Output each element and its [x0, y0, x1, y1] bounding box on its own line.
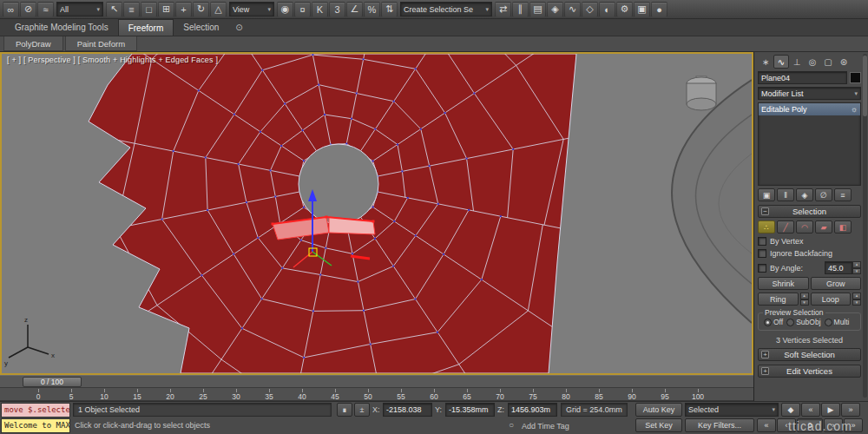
- x-coordinate-field[interactable]: -2158.038: [383, 403, 432, 417]
- material-editor-icon[interactable]: ◐: [599, 2, 615, 17]
- modifier-list-dropdown[interactable]: Modifier List ▾: [758, 87, 861, 100]
- grow-button[interactable]: Grow: [811, 277, 862, 290]
- maxscript-listener-line2[interactable]: Welcome to MAX: [1, 418, 70, 433]
- bind-to-space-warp-icon[interactable]: ≈: [37, 2, 54, 17]
- utilities-tab-icon[interactable]: ⊛: [836, 55, 852, 69]
- z-coordinate-field[interactable]: 1456.903m: [508, 403, 557, 417]
- edge-mode-icon[interactable]: ╱: [777, 220, 794, 233]
- preview-off-radio[interactable]: [764, 319, 772, 326]
- element-mode-icon[interactable]: ◧: [834, 220, 852, 233]
- y-coordinate-field[interactable]: -15.358mm: [445, 403, 495, 417]
- mirror-icon[interactable]: ⇄: [495, 2, 511, 17]
- snaps-toggle-icon[interactable]: 3: [329, 2, 345, 17]
- time-slider-button[interactable]: 0 / 100: [23, 377, 82, 387]
- border-mode-icon[interactable]: ◠: [796, 220, 813, 233]
- remove-modifier-icon[interactable]: ∅: [815, 188, 832, 201]
- key-mode-toggle-button[interactable]: ◆: [781, 403, 800, 417]
- rollout-edit-vertices[interactable]: + Edit Vertices: [758, 365, 861, 378]
- previous-key-button[interactable]: «: [801, 403, 820, 417]
- percent-snap-toggle-icon[interactable]: %: [364, 2, 380, 17]
- reference-coordinate-system-dropdown[interactable]: View▾: [229, 2, 274, 16]
- rollout-soft-selection[interactable]: + Soft Selection: [758, 348, 861, 361]
- align-icon[interactable]: ∥: [512, 2, 529, 17]
- render-setup-icon[interactable]: ⚙: [616, 2, 633, 17]
- loop-button[interactable]: Loop: [811, 293, 852, 306]
- ring-spinner[interactable]: ▴ ▾: [800, 293, 809, 306]
- maxscript-listener-line1[interactable]: move $.selecte: [1, 403, 70, 418]
- go-to-end-button[interactable]: »: [844, 418, 863, 432]
- curve-editor-icon[interactable]: ∿: [564, 2, 581, 17]
- spinner-up-icon[interactable]: ▴: [852, 261, 861, 268]
- hierarchy-tab-icon[interactable]: ⊥: [789, 55, 805, 69]
- tab-freeform[interactable]: Freeform: [118, 19, 174, 36]
- object-color-swatch[interactable]: [850, 72, 861, 83]
- render-production-icon[interactable]: ●: [651, 2, 667, 17]
- ribbon-options-icon[interactable]: ⊙: [235, 19, 242, 36]
- selection-filter-dropdown[interactable]: All▾: [56, 2, 103, 16]
- time-slider-track[interactable]: 0 / 100: [0, 375, 753, 388]
- viewport-label[interactable]: [ + ] [ Perspective ] [ Smooth + Highlig…: [7, 56, 218, 64]
- key-mode-dropdown[interactable]: Selected ▾: [685, 403, 779, 417]
- vertex-mode-icon[interactable]: ∴: [758, 220, 775, 233]
- subtab-polydraw[interactable]: PolyDraw: [3, 36, 63, 51]
- select-and-move-icon[interactable]: +: [175, 2, 192, 17]
- auto-key-button[interactable]: Auto Key: [635, 403, 682, 417]
- rendered-frame-window-icon[interactable]: ▣: [634, 2, 650, 17]
- angle-snap-toggle-icon[interactable]: ∠: [346, 2, 363, 17]
- preview-multi-radio[interactable]: [825, 319, 832, 326]
- next-frame-button[interactable]: ›: [824, 418, 843, 432]
- panel-scrollbar[interactable]: [863, 54, 867, 398]
- configure-modifier-sets-icon[interactable]: ≡: [834, 188, 852, 201]
- angle-spinner[interactable]: ▴ ▾: [852, 261, 861, 274]
- next-key-button[interactable]: »: [841, 403, 860, 417]
- select-and-rotate-icon[interactable]: ↻: [193, 2, 209, 17]
- tab-selection[interactable]: Selection: [174, 19, 228, 36]
- set-key-button[interactable]: Set Key: [635, 418, 682, 432]
- tab-graphite-modeling-tools[interactable]: Graphite Modeling Tools: [5, 19, 118, 36]
- perspective-viewport[interactable]: zyx [ + ] [ Perspective ] [ Smooth + Hig…: [0, 52, 753, 375]
- display-tab-icon[interactable]: ▢: [820, 55, 836, 69]
- spinner-up-icon[interactable]: ▴: [800, 293, 809, 299]
- select-object-icon[interactable]: ↖: [106, 2, 122, 17]
- rectangular-selection-region-icon[interactable]: □: [141, 2, 157, 17]
- unlink-selection-icon[interactable]: ⊘: [20, 2, 36, 17]
- subtab-paint-deform[interactable]: Paint Deform: [65, 36, 137, 51]
- key-filters-button[interactable]: Key Filters...: [685, 418, 754, 432]
- timeline-ruler[interactable]: 0510152025303540455055606570758085909510…: [0, 388, 753, 401]
- window-crossing-icon[interactable]: ⊞: [158, 2, 174, 17]
- rollout-selection[interactable]: − Selection: [758, 205, 861, 218]
- ring-button[interactable]: Ring: [758, 293, 799, 306]
- lock-selection-icon[interactable]: ∎: [337, 403, 352, 417]
- spinner-down-icon[interactable]: ▾: [852, 268, 861, 275]
- go-to-start-button[interactable]: «: [757, 418, 776, 432]
- play-animation-button[interactable]: ▶: [821, 403, 840, 417]
- select-by-name-icon[interactable]: ≡: [123, 2, 140, 17]
- named-selection-sets-dropdown[interactable]: Create Selection Se▾: [400, 2, 492, 16]
- modify-tab-icon[interactable]: ∿: [773, 55, 789, 69]
- select-and-manipulate-icon[interactable]: ¤: [294, 2, 311, 17]
- motion-tab-icon[interactable]: ◎: [805, 55, 820, 69]
- layer-manager-icon[interactable]: ▤: [529, 2, 546, 17]
- schematic-view-icon[interactable]: ◇: [582, 2, 598, 17]
- by-vertex-checkbox[interactable]: By Vertex: [758, 237, 861, 246]
- loop-spinner[interactable]: ▴ ▾: [852, 293, 861, 306]
- time-field[interactable]: 0: [797, 418, 823, 432]
- spinner-up-icon[interactable]: ▴: [852, 293, 861, 299]
- ignore-backfacing-checkbox[interactable]: Ignore Backfacing: [758, 249, 861, 258]
- by-angle-checkbox[interactable]: By Angle: 45.0 ▴ ▾: [758, 261, 861, 274]
- show-end-result-icon[interactable]: ‖: [777, 188, 794, 201]
- viewport-canvas[interactable]: zyx: [2, 54, 752, 373]
- spinner-snap-toggle-icon[interactable]: ⇅: [381, 2, 398, 17]
- select-and-link-icon[interactable]: ∞: [3, 2, 19, 17]
- make-unique-icon[interactable]: ◈: [796, 188, 813, 201]
- visibility-toggle-icon[interactable]: ☼: [851, 105, 858, 114]
- use-pivot-point-center-icon[interactable]: ◉: [277, 2, 293, 17]
- spinner-down-icon[interactable]: ▾: [852, 299, 861, 306]
- add-time-tag[interactable]: Add Time Tag: [522, 422, 569, 431]
- create-tab-icon[interactable]: ∗: [758, 55, 773, 69]
- previous-frame-button[interactable]: ‹: [777, 418, 796, 432]
- preview-subobj-radio[interactable]: [786, 319, 794, 326]
- keyboard-shortcut-override-icon[interactable]: K: [312, 2, 328, 17]
- angle-value-field[interactable]: 45.0: [825, 261, 852, 274]
- polygon-mode-icon[interactable]: ▰: [815, 220, 832, 233]
